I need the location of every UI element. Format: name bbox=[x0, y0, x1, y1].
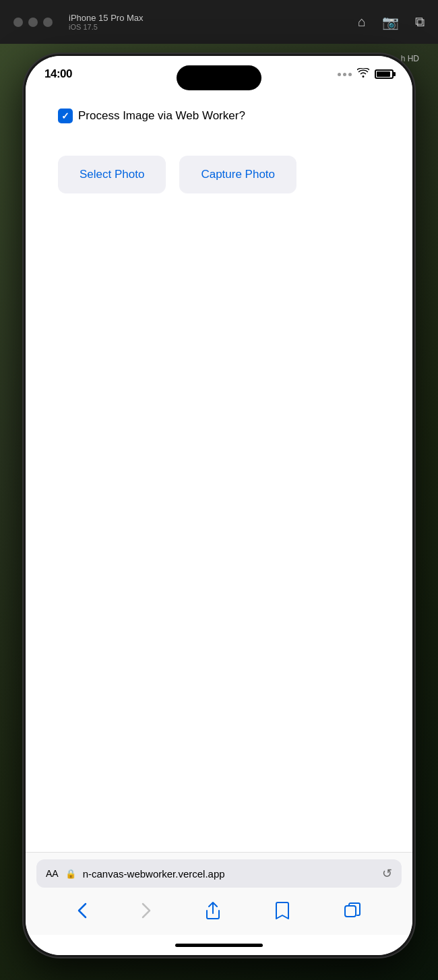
iphone-frame: 14:00 bbox=[24, 54, 414, 957]
select-photo-button[interactable]: Select Photo bbox=[58, 156, 166, 193]
check-mark: ✓ bbox=[61, 111, 69, 121]
back-button[interactable] bbox=[77, 902, 87, 923]
button-row: Select Photo Capture Photo bbox=[44, 156, 394, 193]
bookmarks-button[interactable] bbox=[275, 901, 290, 924]
checkbox-row: ✓ Process Image via Web Worker? bbox=[44, 109, 394, 123]
home-icon[interactable]: ⌂ bbox=[358, 14, 366, 30]
dot1 bbox=[338, 73, 341, 76]
main-content: ✓ Process Image via Web Worker? Select P… bbox=[26, 92, 412, 489]
process-checkbox[interactable]: ✓ bbox=[58, 109, 73, 123]
reload-icon[interactable]: ↺ bbox=[382, 866, 392, 881]
svg-rect-0 bbox=[345, 906, 356, 917]
lock-icon: 🔒 bbox=[65, 869, 76, 879]
forward-button[interactable] bbox=[142, 902, 151, 923]
share-button[interactable] bbox=[206, 901, 220, 924]
traffic-lights bbox=[13, 18, 53, 27]
iphone-screen: 14:00 bbox=[26, 56, 412, 955]
status-bar: 14:00 bbox=[26, 56, 412, 92]
home-bar bbox=[175, 944, 263, 947]
url-bar[interactable]: AA 🔒 n-canvas-webworker.vercel.app ↺ bbox=[36, 859, 402, 888]
device-subtitle: iOS 17.5 bbox=[69, 23, 144, 31]
wifi-icon bbox=[357, 68, 369, 80]
capture-photo-button[interactable]: Capture Photo bbox=[179, 156, 296, 193]
traffic-light-green bbox=[43, 18, 53, 27]
home-indicator bbox=[26, 935, 412, 955]
traffic-light-yellow bbox=[28, 18, 38, 27]
status-time: 14:00 bbox=[44, 67, 72, 81]
desktop-bar: iPhone 15 Pro Max iOS 17.5 ⌂ 📷 ⧉ bbox=[0, 0, 438, 44]
dot3 bbox=[348, 73, 352, 76]
url-bar-aa[interactable]: AA bbox=[46, 868, 59, 879]
empty-content-area bbox=[26, 489, 412, 853]
browser-bottom: AA 🔒 n-canvas-webworker.vercel.app ↺ bbox=[26, 852, 412, 935]
url-text[interactable]: n-canvas-webworker.vercel.app bbox=[83, 868, 375, 880]
device-title: iPhone 15 Pro Max iOS 17.5 bbox=[69, 13, 144, 31]
tabs-button[interactable] bbox=[344, 902, 361, 923]
status-right bbox=[338, 68, 394, 80]
device-name: iPhone 15 Pro Max bbox=[69, 13, 144, 23]
desktop-bar-icons: ⌂ 📷 ⧉ bbox=[358, 14, 425, 30]
bottom-nav bbox=[36, 896, 402, 935]
battery-fill bbox=[377, 71, 390, 77]
checkbox-label: Process Image via Web Worker? bbox=[78, 109, 245, 123]
traffic-light-red bbox=[13, 18, 23, 27]
signal-dots bbox=[338, 73, 352, 76]
battery-icon bbox=[375, 69, 394, 79]
dot2 bbox=[343, 73, 346, 76]
screen-icon[interactable]: ⧉ bbox=[415, 14, 425, 30]
dynamic-island bbox=[177, 65, 261, 90]
camera-icon[interactable]: 📷 bbox=[382, 14, 399, 30]
